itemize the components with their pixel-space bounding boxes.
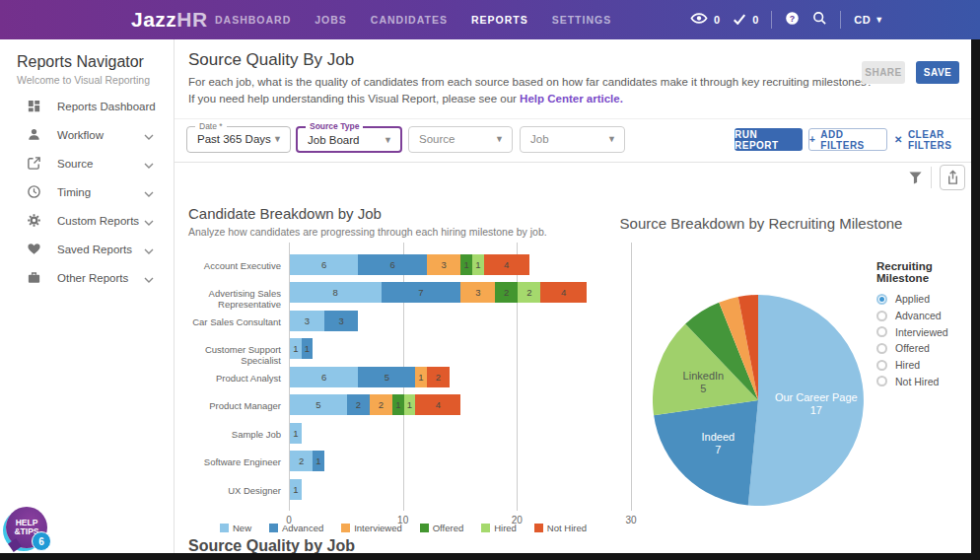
dashboard-icon [26, 99, 41, 114]
bar-category-label: Customer Support Specialist [178, 344, 281, 366]
nav-item-reports[interactable]: REPORTS [471, 14, 528, 26]
milestone-radio-not-hired[interactable]: Not Hired [876, 373, 971, 389]
run-report-button[interactable]: RUN REPORT [735, 128, 803, 151]
milestone-radio-offered[interactable]: Offered [876, 340, 971, 357]
bar-chart-title: Candidate Breakdown by Job [188, 205, 382, 222]
bar-segment-new[interactable]: 6 [290, 254, 358, 275]
nav-item-jobs[interactable]: JOBS [315, 14, 347, 26]
user-menu[interactable]: CD▼ [854, 14, 883, 26]
sidebar-item-custom-reports[interactable]: Custom Reports [0, 206, 175, 235]
bar-segment-new[interactable]: 6 [290, 367, 358, 387]
sidebar-item-source[interactable]: Source [0, 149, 175, 177]
save-button[interactable]: SAVE [916, 61, 959, 84]
nav-item-settings[interactable]: SETTINGS [552, 14, 612, 26]
gridline [631, 243, 632, 511]
bar-segment-offered[interactable]: 1 [460, 254, 472, 275]
sidebar-item-other-reports[interactable]: Other Reports [0, 263, 175, 292]
job-filter-select[interactable]: Job ▼ [520, 126, 625, 153]
sidebar-item-workflow[interactable]: Workflow [0, 120, 175, 149]
bar-segment-not-hired[interactable]: 4 [484, 254, 529, 275]
sidebar-item-saved-reports[interactable]: Saved Reports [0, 235, 175, 263]
bar-segment-hired[interactable]: 2 [518, 282, 540, 303]
source-filter-select[interactable]: Source ▼ [408, 126, 513, 153]
nav-item-candidates[interactable]: CANDIDATES [371, 14, 448, 26]
bar-segment-advanced[interactable]: 1 [313, 451, 324, 471]
bar-segment-new[interactable]: 1 [290, 423, 302, 444]
bar-segment-interviewed[interactable]: 3 [460, 282, 495, 303]
search-icon[interactable] [812, 11, 827, 30]
help-center-link[interactable]: Help Center article. [520, 93, 623, 105]
x-icon: ✕ [894, 134, 903, 145]
bar-segment-interviewed[interactable]: 2 [370, 394, 392, 415]
legend-item: Interviewed [341, 523, 402, 533]
chevron-down-icon: ▼ [495, 127, 504, 152]
jazzhr-logo[interactable]: JazzHR [131, 0, 208, 39]
milestone-radio-hired[interactable]: Hired [876, 357, 971, 374]
bar-segment-new[interactable]: 8 [290, 282, 382, 303]
date-filter-select[interactable]: Date * Past 365 Days ▼ [186, 126, 291, 153]
nav-item-dashboard[interactable]: DASHBOARD [215, 14, 291, 26]
nav-divider [771, 11, 772, 29]
external-link-icon [26, 156, 41, 172]
bar-segment-hired[interactable]: 1 [472, 254, 484, 275]
bar-category-label: Sample Job [178, 429, 281, 440]
share-button[interactable]: SHARE [862, 61, 905, 84]
milestone-legend-title: Recruiting Milestone [876, 260, 971, 284]
help-icon[interactable]: ? [785, 11, 800, 30]
legend-swatch [534, 524, 543, 532]
bar-segment-advanced[interactable]: 7 [382, 282, 461, 303]
top-nav: JazzHR DASHBOARD JOBS CANDIDATES REPORTS… [0, 0, 980, 39]
radio-icon [876, 326, 887, 337]
bar-segment-interviewed[interactable]: 1 [415, 367, 427, 387]
milestone-radio-advanced[interactable]: Advanced [876, 308, 971, 324]
sidebar-subtitle: Welcome to Visual Reporting [17, 74, 150, 86]
legend-item: Not Hired [534, 523, 587, 533]
help-tips-badge[interactable]: 6 [32, 531, 51, 551]
chevron-down-icon: ▼ [273, 127, 282, 152]
bar-segment-advanced[interactable]: 3 [324, 311, 359, 331]
export-icon[interactable] [940, 165, 965, 190]
bar-segment-advanced[interactable]: 2 [347, 394, 370, 415]
bar-segment-advanced[interactable]: 5 [358, 367, 415, 387]
add-filters-button[interactable]: +ADD FILTERS [808, 128, 887, 151]
bar-segment-offered[interactable]: 2 [495, 282, 518, 303]
eye-icon[interactable] [690, 11, 708, 29]
chevron-down-icon [144, 155, 154, 173]
sidebar-item-reports-dashboard[interactable]: Reports Dashboard [0, 92, 175, 120]
gear-icon [26, 213, 41, 229]
bar-segment-advanced[interactable]: 6 [358, 254, 426, 275]
bar-row: 873224 [290, 282, 587, 303]
bar-segment-not-hired[interactable]: 4 [415, 394, 460, 415]
person-icon [26, 127, 41, 143]
filter-funnel-icon[interactable] [905, 168, 925, 187]
nav-right-cluster: 0 0 ? CD▼ [690, 0, 884, 39]
pie-slice-indeed[interactable] [654, 400, 758, 506]
bar-segment-advanced[interactable]: 1 [302, 338, 314, 359]
clear-filters-button[interactable]: ✕CLEAR FILTERS [894, 128, 971, 151]
bar-segment-not-hired[interactable]: 4 [540, 282, 586, 303]
milestone-radio-interviewed[interactable]: Interviewed [876, 323, 971, 340]
radio-icon [876, 376, 887, 386]
check-count: 0 [752, 14, 758, 26]
bar-segment-hired[interactable]: 1 [404, 394, 416, 415]
bar-segment-new[interactable]: 1 [290, 338, 302, 359]
source-type-filter-select[interactable]: Source Type Job Board ▼ [296, 126, 402, 153]
sidebar-item-timing[interactable]: Timing [0, 177, 175, 206]
briefcase-icon [26, 270, 41, 286]
bar-segment-interviewed[interactable]: 3 [427, 254, 461, 275]
bar-segment-new[interactable]: 1 [290, 479, 302, 500]
eye-count: 0 [714, 14, 720, 26]
bar-chart-subtitle: Analyze how candidates are progressing t… [188, 226, 547, 238]
bar-segment-new[interactable]: 2 [290, 451, 313, 471]
bar-segment-not-hired[interactable]: 2 [427, 367, 450, 387]
bar-segment-new[interactable]: 3 [290, 311, 324, 331]
bar-row: 1 [290, 479, 302, 500]
chevron-down-icon [144, 269, 154, 287]
bar-segment-offered[interactable]: 1 [392, 394, 404, 415]
sidebar-title: Reports Navigator [17, 53, 144, 71]
bar-category-label: Software Engineer [178, 456, 281, 467]
bar-segment-new[interactable]: 5 [290, 394, 347, 415]
milestone-radio-applied[interactable]: Applied [876, 291, 971, 308]
chevron-down-icon: ▼ [875, 15, 883, 25]
check-icon[interactable] [733, 11, 746, 29]
